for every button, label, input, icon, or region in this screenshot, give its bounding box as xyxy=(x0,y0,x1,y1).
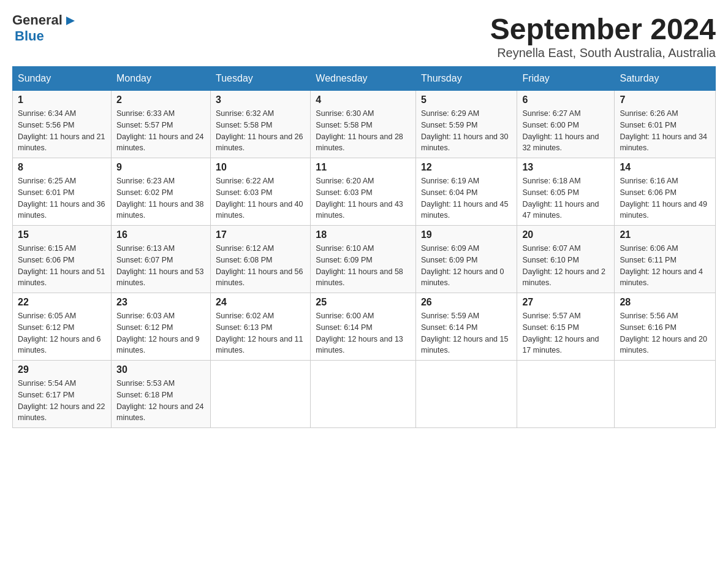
day-cell: 9Sunrise: 6:23 AMSunset: 6:02 PMDaylight… xyxy=(112,158,211,226)
logo: General Blue xyxy=(12,12,77,44)
day-cell: 25Sunrise: 6:00 AMSunset: 6:14 PMDayligh… xyxy=(311,293,416,361)
day-number: 1 xyxy=(18,94,106,105)
day-info: Sunrise: 5:57 AMSunset: 6:15 PMDaylight:… xyxy=(522,310,609,356)
logo-blue: Blue xyxy=(15,28,44,44)
day-cell xyxy=(211,361,311,428)
day-number: 13 xyxy=(522,162,609,173)
header-cell-wednesday: Wednesday xyxy=(311,67,416,91)
week-row-2: 8Sunrise: 6:25 AMSunset: 6:01 PMDaylight… xyxy=(13,158,716,226)
day-cell: 5Sunrise: 6:29 AMSunset: 5:59 PMDaylight… xyxy=(415,91,517,158)
day-info: Sunrise: 6:19 AMSunset: 6:04 PMDaylight:… xyxy=(421,175,512,221)
day-number: 12 xyxy=(421,162,512,173)
day-cell: 15Sunrise: 6:15 AMSunset: 6:06 PMDayligh… xyxy=(13,226,112,293)
day-cell: 28Sunrise: 5:56 AMSunset: 6:16 PMDayligh… xyxy=(615,293,716,361)
day-cell: 7Sunrise: 6:26 AMSunset: 6:01 PMDaylight… xyxy=(615,91,716,158)
day-info: Sunrise: 6:03 AMSunset: 6:12 PMDaylight:… xyxy=(116,310,205,356)
day-info: Sunrise: 6:33 AMSunset: 5:57 PMDaylight:… xyxy=(116,108,205,154)
day-info: Sunrise: 6:20 AMSunset: 6:03 PMDaylight:… xyxy=(316,175,411,221)
header-cell-saturday: Saturday xyxy=(615,67,716,91)
day-number: 4 xyxy=(316,94,411,105)
day-number: 20 xyxy=(522,229,609,240)
day-cell: 3Sunrise: 6:32 AMSunset: 5:58 PMDaylight… xyxy=(211,91,311,158)
day-info: Sunrise: 6:26 AMSunset: 6:01 PMDaylight:… xyxy=(620,108,710,154)
day-info: Sunrise: 6:00 AMSunset: 6:14 PMDaylight:… xyxy=(316,310,411,356)
header-cell-friday: Friday xyxy=(517,67,615,91)
day-cell: 14Sunrise: 6:16 AMSunset: 6:06 PMDayligh… xyxy=(615,158,716,226)
header-cell-thursday: Thursday xyxy=(415,67,517,91)
day-cell: 30Sunrise: 5:53 AMSunset: 6:18 PMDayligh… xyxy=(112,361,211,428)
day-cell: 22Sunrise: 6:05 AMSunset: 6:12 PMDayligh… xyxy=(13,293,112,361)
header-row: SundayMondayTuesdayWednesdayThursdayFrid… xyxy=(13,67,716,91)
day-info: Sunrise: 6:22 AMSunset: 6:03 PMDaylight:… xyxy=(216,175,305,221)
day-number: 27 xyxy=(522,297,609,308)
day-cell: 21Sunrise: 6:06 AMSunset: 6:11 PMDayligh… xyxy=(615,226,716,293)
day-info: Sunrise: 6:06 AMSunset: 6:11 PMDaylight:… xyxy=(620,243,710,289)
header-cell-monday: Monday xyxy=(112,67,211,91)
day-info: Sunrise: 5:53 AMSunset: 6:18 PMDaylight:… xyxy=(116,378,205,424)
day-cell: 24Sunrise: 6:02 AMSunset: 6:13 PMDayligh… xyxy=(211,293,311,361)
location-title: Reynella East, South Australia, Australi… xyxy=(490,46,716,60)
day-info: Sunrise: 6:18 AMSunset: 6:05 PMDaylight:… xyxy=(522,175,609,221)
day-cell: 4Sunrise: 6:30 AMSunset: 5:58 PMDaylight… xyxy=(311,91,416,158)
week-row-5: 29Sunrise: 5:54 AMSunset: 6:17 PMDayligh… xyxy=(13,361,716,428)
day-cell xyxy=(415,361,517,428)
day-info: Sunrise: 6:13 AMSunset: 6:07 PMDaylight:… xyxy=(116,243,205,289)
day-info: Sunrise: 5:59 AMSunset: 6:14 PMDaylight:… xyxy=(421,310,512,356)
day-number: 21 xyxy=(620,229,710,240)
day-info: Sunrise: 5:56 AMSunset: 6:16 PMDaylight:… xyxy=(620,310,710,356)
day-cell: 11Sunrise: 6:20 AMSunset: 6:03 PMDayligh… xyxy=(311,158,416,226)
day-number: 15 xyxy=(18,229,106,240)
day-info: Sunrise: 6:07 AMSunset: 6:10 PMDaylight:… xyxy=(522,243,609,289)
day-number: 2 xyxy=(116,94,205,105)
page-header: General Blue September 2024 Reynella Eas… xyxy=(12,12,716,60)
day-info: Sunrise: 6:27 AMSunset: 6:00 PMDaylight:… xyxy=(522,108,609,154)
day-info: Sunrise: 6:05 AMSunset: 6:12 PMDaylight:… xyxy=(18,310,106,356)
day-number: 16 xyxy=(116,229,205,240)
day-info: Sunrise: 6:25 AMSunset: 6:01 PMDaylight:… xyxy=(18,175,106,221)
day-info: Sunrise: 6:29 AMSunset: 5:59 PMDaylight:… xyxy=(421,108,512,154)
logo-general: General xyxy=(12,12,63,28)
day-number: 6 xyxy=(522,94,609,105)
day-cell: 2Sunrise: 6:33 AMSunset: 5:57 PMDaylight… xyxy=(112,91,211,158)
month-title: September 2024 xyxy=(490,12,716,46)
day-number: 22 xyxy=(18,297,106,308)
day-number: 5 xyxy=(421,94,512,105)
day-number: 14 xyxy=(620,162,710,173)
day-info: Sunrise: 6:30 AMSunset: 5:58 PMDaylight:… xyxy=(316,108,411,154)
day-number: 7 xyxy=(620,94,710,105)
day-cell: 10Sunrise: 6:22 AMSunset: 6:03 PMDayligh… xyxy=(211,158,311,226)
day-number: 23 xyxy=(116,297,205,308)
day-cell: 23Sunrise: 6:03 AMSunset: 6:12 PMDayligh… xyxy=(112,293,211,361)
day-number: 30 xyxy=(116,364,205,375)
day-info: Sunrise: 6:12 AMSunset: 6:08 PMDaylight:… xyxy=(216,243,305,289)
header-cell-tuesday: Tuesday xyxy=(211,67,311,91)
title-area: September 2024 Reynella East, South Aust… xyxy=(490,12,716,60)
day-number: 28 xyxy=(620,297,710,308)
day-number: 26 xyxy=(421,297,512,308)
day-number: 24 xyxy=(216,297,305,308)
week-row-4: 22Sunrise: 6:05 AMSunset: 6:12 PMDayligh… xyxy=(13,293,716,361)
day-cell: 8Sunrise: 6:25 AMSunset: 6:01 PMDaylight… xyxy=(13,158,112,226)
day-cell: 27Sunrise: 5:57 AMSunset: 6:15 PMDayligh… xyxy=(517,293,615,361)
day-number: 18 xyxy=(316,229,411,240)
day-number: 11 xyxy=(316,162,411,173)
day-cell: 29Sunrise: 5:54 AMSunset: 6:17 PMDayligh… xyxy=(13,361,112,428)
day-info: Sunrise: 6:15 AMSunset: 6:06 PMDaylight:… xyxy=(18,243,106,289)
day-info: Sunrise: 6:34 AMSunset: 5:56 PMDaylight:… xyxy=(18,108,106,154)
logo-triangle-icon xyxy=(64,14,77,28)
day-cell: 1Sunrise: 6:34 AMSunset: 5:56 PMDaylight… xyxy=(13,91,112,158)
day-info: Sunrise: 6:16 AMSunset: 6:06 PMDaylight:… xyxy=(620,175,710,221)
day-info: Sunrise: 5:54 AMSunset: 6:17 PMDaylight:… xyxy=(18,378,106,424)
day-cell xyxy=(517,361,615,428)
day-cell: 26Sunrise: 5:59 AMSunset: 6:14 PMDayligh… xyxy=(415,293,517,361)
day-cell: 6Sunrise: 6:27 AMSunset: 6:00 PMDaylight… xyxy=(517,91,615,158)
day-cell: 13Sunrise: 6:18 AMSunset: 6:05 PMDayligh… xyxy=(517,158,615,226)
day-number: 25 xyxy=(316,297,411,308)
day-cell: 16Sunrise: 6:13 AMSunset: 6:07 PMDayligh… xyxy=(112,226,211,293)
day-info: Sunrise: 6:32 AMSunset: 5:58 PMDaylight:… xyxy=(216,108,305,154)
day-number: 19 xyxy=(421,229,512,240)
day-cell: 12Sunrise: 6:19 AMSunset: 6:04 PMDayligh… xyxy=(415,158,517,226)
day-cell xyxy=(311,361,416,428)
week-row-1: 1Sunrise: 6:34 AMSunset: 5:56 PMDaylight… xyxy=(13,91,716,158)
day-info: Sunrise: 6:23 AMSunset: 6:02 PMDaylight:… xyxy=(116,175,205,221)
